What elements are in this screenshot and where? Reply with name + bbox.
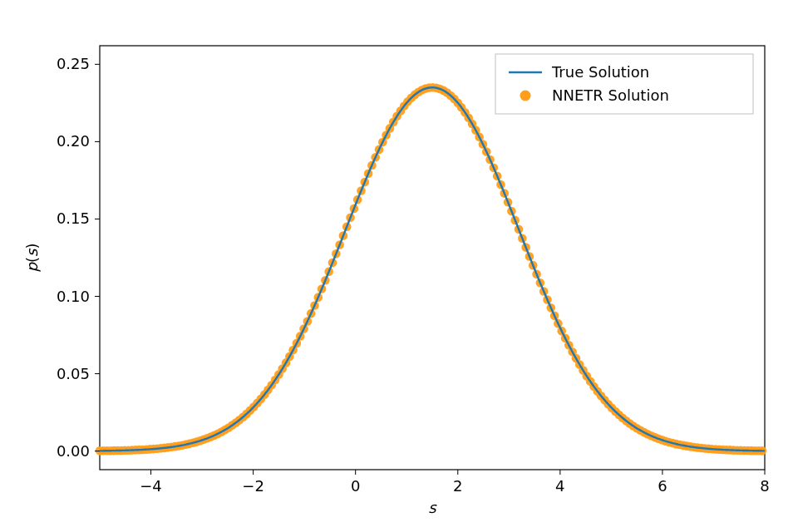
x-tick-label: 4: [555, 477, 564, 495]
legend-label-nnetr: NNETR Solution: [552, 86, 669, 104]
series-true-solution: [100, 87, 765, 451]
series-nnetr-solution: [96, 83, 767, 456]
x-tick-label: 0: [351, 477, 360, 495]
plot-svg: −4−2024680.000.050.100.150.200.25sp(s)Tr…: [0, 0, 798, 532]
y-tick-label: 0.25: [57, 55, 90, 72]
y-tick-label: 0.10: [57, 288, 90, 305]
x-axis-label: s: [428, 499, 437, 516]
legend-swatch-marker: [520, 91, 531, 101]
y-tick-label: 0.00: [57, 442, 90, 460]
figure: −4−2024680.000.050.100.150.200.25sp(s)Tr…: [0, 0, 798, 532]
legend: True SolutionNNETR Solution: [495, 54, 753, 114]
x-tick-label: −2: [242, 477, 264, 495]
y-tick-label: 0.20: [57, 132, 90, 150]
x-tick-label: 6: [658, 477, 667, 495]
legend-label-true: True Solution: [551, 63, 649, 81]
x-tick-label: 8: [760, 477, 769, 495]
x-tick-label: −4: [140, 477, 162, 495]
x-tick-label: 2: [453, 477, 462, 495]
y-axis-label: p(s): [23, 244, 41, 273]
y-tick-label: 0.15: [57, 209, 90, 227]
y-tick-label: 0.05: [57, 365, 90, 382]
